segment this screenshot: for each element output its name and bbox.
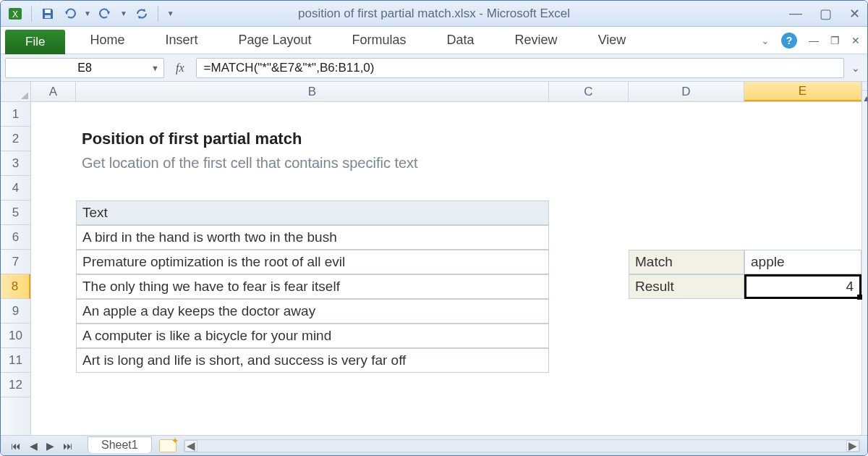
window-restore-inner-icon[interactable]: ❐ xyxy=(830,35,840,46)
cell-A2[interactable] xyxy=(31,127,76,151)
cell-B9[interactable]: An apple a day keeps the doctor away xyxy=(76,299,549,324)
cell-D8[interactable]: Result xyxy=(629,274,744,299)
cell-B12[interactable] xyxy=(76,373,549,397)
cell-C10[interactable] xyxy=(549,324,629,348)
cell-A12[interactable] xyxy=(31,373,76,397)
scroll-left-icon[interactable]: ◀ xyxy=(184,440,197,452)
cell-D10[interactable] xyxy=(629,324,744,348)
cell-E10[interactable] xyxy=(744,324,861,348)
save-icon[interactable] xyxy=(41,7,55,21)
cell-B1[interactable] xyxy=(76,102,549,127)
help-icon[interactable]: ? xyxy=(781,33,797,48)
maximize-icon[interactable]: ▢ xyxy=(820,6,832,22)
cell-A3[interactable] xyxy=(31,151,76,176)
tab-insert[interactable]: Insert xyxy=(145,27,218,54)
scroll-right-icon[interactable]: ▶ xyxy=(846,440,859,452)
row-header-4[interactable]: 4 xyxy=(1,176,30,200)
row-header-10[interactable]: 10 xyxy=(1,324,30,348)
col-header-C[interactable]: C xyxy=(549,82,629,101)
cell-C1[interactable] xyxy=(549,102,629,127)
redo-icon[interactable] xyxy=(98,7,113,21)
window-minimize-inner-icon[interactable]: ― xyxy=(809,35,819,46)
formula-bar-expand-icon[interactable]: ⌄ xyxy=(848,62,863,74)
sheet-nav-last-icon[interactable]: ⏭ xyxy=(60,440,76,452)
cell-D9[interactable] xyxy=(629,299,744,324)
cell-C6[interactable] xyxy=(549,225,629,250)
cell-D7[interactable]: Match xyxy=(629,250,744,274)
cell-C2[interactable] xyxy=(549,127,629,151)
tab-data[interactable]: Data xyxy=(427,27,495,54)
sheet-nav-prev-icon[interactable]: ◀ xyxy=(27,440,41,452)
row-header-3[interactable]: 3 xyxy=(1,151,30,176)
cell-D2[interactable] xyxy=(629,127,744,151)
col-header-E[interactable]: E xyxy=(744,82,861,101)
tab-page-layout[interactable]: Page Layout xyxy=(218,27,331,54)
qat-customize-icon[interactable]: ▼ xyxy=(167,9,174,17)
row-header-5[interactable]: 5 xyxy=(1,200,30,225)
sheet-tab-sheet1[interactable]: Sheet1 xyxy=(88,436,152,453)
cell-B7[interactable]: Premature optimization is the root of al… xyxy=(76,250,549,274)
cell-C9[interactable] xyxy=(549,299,629,324)
cell-A5[interactable] xyxy=(31,200,76,225)
cell-D3[interactable] xyxy=(629,151,744,176)
row-header-9[interactable]: 9 xyxy=(1,299,30,324)
split-handle[interactable] xyxy=(862,83,868,90)
cell-C8[interactable] xyxy=(549,274,629,299)
cell-E7[interactable]: apple xyxy=(744,250,861,274)
cell-A8[interactable] xyxy=(31,274,76,299)
col-header-B[interactable]: B xyxy=(76,82,549,101)
cell-E5[interactable] xyxy=(744,200,861,225)
name-box[interactable]: E8 ▼ xyxy=(5,58,164,78)
col-header-D[interactable]: D xyxy=(629,82,744,101)
redo-dropdown-icon[interactable]: ▼ xyxy=(120,9,127,17)
name-box-dropdown-icon[interactable]: ▼ xyxy=(151,64,159,72)
close-icon[interactable]: ✕ xyxy=(849,6,860,22)
cell-A1[interactable] xyxy=(31,102,76,127)
undo-dropdown-icon[interactable]: ▼ xyxy=(84,9,91,17)
cell-E9[interactable] xyxy=(744,299,861,324)
cell-E1[interactable] xyxy=(744,102,861,127)
cell-B8[interactable]: The only thing we have to fear is fear i… xyxy=(76,274,549,299)
cell-D1[interactable] xyxy=(629,102,744,127)
sheet-nav-next-icon[interactable]: ▶ xyxy=(43,440,57,452)
sheet-nav-first-icon[interactable]: ⏮ xyxy=(8,440,24,452)
cell-A4[interactable] xyxy=(31,176,76,200)
cell-C7[interactable] xyxy=(549,250,629,274)
excel-app-icon[interactable]: X xyxy=(8,7,22,21)
tab-view[interactable]: View xyxy=(578,27,647,54)
row-header-12[interactable]: 12 xyxy=(1,373,30,397)
cell-E6[interactable] xyxy=(744,225,861,250)
tab-home[interactable]: Home xyxy=(69,27,145,54)
file-tab[interactable]: File xyxy=(5,30,65,54)
cell-C5[interactable] xyxy=(549,200,629,225)
row-header-1[interactable]: 1 xyxy=(1,102,30,127)
cell-E11[interactable] xyxy=(744,348,861,373)
formula-input[interactable]: =MATCH("*"&E7&"*",B6:B11,0) xyxy=(196,58,844,78)
cell-D5[interactable] xyxy=(629,200,744,225)
new-sheet-icon[interactable] xyxy=(159,439,176,452)
cell-B6[interactable]: A bird in the hand is worth two in the b… xyxy=(76,225,549,250)
cell-D6[interactable] xyxy=(629,225,744,250)
row-header-11[interactable]: 11 xyxy=(1,348,30,373)
window-close-inner-icon[interactable]: ✕ xyxy=(851,35,860,46)
tab-formulas[interactable]: Formulas xyxy=(332,27,427,54)
cell-A7[interactable] xyxy=(31,250,76,274)
select-all-corner[interactable] xyxy=(1,82,31,102)
horizontal-scrollbar[interactable]: ◀ ▶ xyxy=(184,439,860,452)
cell-D4[interactable] xyxy=(629,176,744,200)
cell-A10[interactable] xyxy=(31,324,76,348)
scroll-up-icon[interactable]: ▲ xyxy=(862,93,868,104)
cell-B4[interactable] xyxy=(76,176,549,200)
col-header-A[interactable]: A xyxy=(31,82,76,101)
cell-B5[interactable]: Text xyxy=(76,200,549,225)
cell-E3[interactable] xyxy=(744,151,861,176)
cell-A6[interactable] xyxy=(31,225,76,250)
row-header-6[interactable]: 6 xyxy=(1,225,30,250)
cell-D11[interactable] xyxy=(629,348,744,373)
cell-C3[interactable] xyxy=(549,151,629,176)
worksheet-grid[interactable]: A B C D E 1 2 3 4 5 6 7 8 9 10 11 12 xyxy=(1,82,867,435)
cell-D12[interactable] xyxy=(629,373,744,397)
cell-B10[interactable]: A computer is like a bicycle for your mi… xyxy=(76,324,549,348)
cell-B2[interactable]: Position of first partial match xyxy=(76,127,549,151)
cell-E4[interactable] xyxy=(744,176,861,200)
